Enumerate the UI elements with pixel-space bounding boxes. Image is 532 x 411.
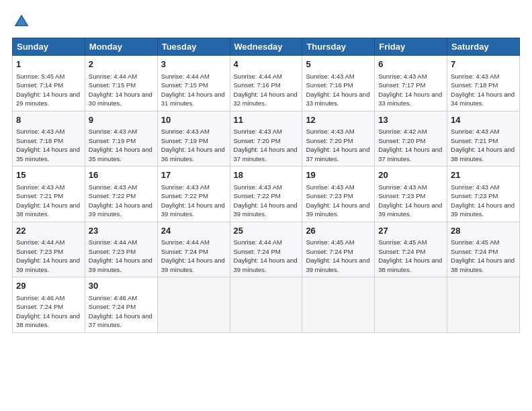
day-info: Sunrise: 4:43 AMSunset: 7:23 PMDaylight:… — [451, 183, 515, 218]
day-info: Sunrise: 4:42 AMSunset: 7:20 PMDaylight:… — [378, 128, 442, 163]
calendar-cell: 24 Sunrise: 4:44 AMSunset: 7:24 PMDaylig… — [157, 222, 230, 277]
day-info: Sunrise: 4:43 AMSunset: 7:19 PMDaylight:… — [89, 128, 152, 163]
calendar-cell — [447, 277, 520, 333]
day-number: 25 — [234, 225, 299, 237]
day-info: Sunrise: 4:46 AMSunset: 7:24 PMDaylight:… — [16, 294, 80, 329]
calendar-cell — [302, 277, 375, 333]
calendar-cell: 5 Sunrise: 4:43 AMSunset: 7:16 PMDayligh… — [302, 56, 375, 111]
calendar-cell — [157, 277, 230, 333]
day-info: Sunrise: 4:43 AMSunset: 7:18 PMDaylight:… — [16, 128, 80, 163]
day-info: Sunrise: 4:45 AMSunset: 7:24 PMDaylight:… — [451, 238, 515, 273]
calendar-cell: 30 Sunrise: 4:46 AMSunset: 7:24 PMDaylig… — [85, 277, 157, 333]
day-info: Sunrise: 4:44 AMSunset: 7:15 PMDaylight:… — [161, 73, 225, 107]
calendar-header-saturday: Saturday — [447, 38, 520, 56]
day-info: Sunrise: 4:45 AMSunset: 7:24 PMDaylight:… — [306, 238, 369, 273]
day-number: 23 — [89, 225, 154, 237]
calendar-cell: 8 Sunrise: 4:43 AMSunset: 7:18 PMDayligh… — [13, 111, 85, 167]
day-number: 13 — [378, 114, 443, 126]
day-info: Sunrise: 4:44 AMSunset: 7:15 PMDaylight:… — [89, 73, 152, 107]
day-number: 8 — [16, 114, 81, 126]
day-number: 22 — [16, 225, 81, 237]
calendar-cell: 2 Sunrise: 4:44 AMSunset: 7:15 PMDayligh… — [85, 56, 157, 111]
calendar-cell: 23 Sunrise: 4:44 AMSunset: 7:23 PMDaylig… — [85, 222, 157, 277]
header — [12, 12, 520, 31]
day-number: 10 — [161, 114, 226, 126]
calendar-cell: 16 Sunrise: 4:43 AMSunset: 7:22 PMDaylig… — [85, 167, 157, 222]
day-number: 14 — [451, 114, 516, 126]
calendar-cell: 29 Sunrise: 4:46 AMSunset: 7:24 PMDaylig… — [13, 277, 85, 333]
calendar-cell: 17 Sunrise: 4:43 AMSunset: 7:22 PMDaylig… — [157, 167, 230, 222]
day-number: 28 — [451, 225, 516, 237]
day-info: Sunrise: 4:43 AMSunset: 7:22 PMDaylight:… — [89, 183, 152, 218]
calendar-cell: 21 Sunrise: 4:43 AMSunset: 7:23 PMDaylig… — [447, 167, 520, 222]
day-number: 2 — [89, 58, 154, 71]
day-info: Sunrise: 4:43 AMSunset: 7:23 PMDaylight:… — [378, 183, 442, 218]
calendar-header-monday: Monday — [85, 38, 157, 56]
day-info: Sunrise: 4:44 AMSunset: 7:23 PMDaylight:… — [16, 238, 80, 273]
day-info: Sunrise: 4:44 AMSunset: 7:24 PMDaylight:… — [234, 238, 298, 273]
day-info: Sunrise: 4:44 AMSunset: 7:16 PMDaylight:… — [234, 73, 298, 107]
day-number: 12 — [306, 114, 371, 126]
calendar-cell — [230, 277, 302, 333]
day-number: 11 — [234, 114, 299, 126]
logo-icon — [12, 12, 31, 31]
day-info: Sunrise: 4:43 AMSunset: 7:23 PMDaylight:… — [306, 183, 369, 218]
calendar-header-tuesday: Tuesday — [157, 38, 230, 56]
calendar-cell — [375, 277, 447, 333]
calendar-cell: 9 Sunrise: 4:43 AMSunset: 7:19 PMDayligh… — [85, 111, 157, 167]
calendar-cell: 4 Sunrise: 4:44 AMSunset: 7:16 PMDayligh… — [230, 56, 302, 111]
day-number: 24 — [161, 225, 226, 237]
calendar-cell: 19 Sunrise: 4:43 AMSunset: 7:23 PMDaylig… — [302, 167, 375, 222]
day-info: Sunrise: 4:46 AMSunset: 7:24 PMDaylight:… — [89, 294, 152, 329]
calendar-cell: 20 Sunrise: 4:43 AMSunset: 7:23 PMDaylig… — [375, 167, 447, 222]
day-number: 21 — [451, 169, 516, 181]
day-info: Sunrise: 4:43 AMSunset: 7:20 PMDaylight:… — [306, 128, 369, 163]
calendar-header-thursday: Thursday — [302, 38, 375, 56]
calendar-header-row: SundayMondayTuesdayWednesdayThursdayFrid… — [13, 38, 520, 56]
day-info: Sunrise: 4:43 AMSunset: 7:16 PMDaylight:… — [306, 73, 369, 107]
calendar-cell: 22 Sunrise: 4:44 AMSunset: 7:23 PMDaylig… — [13, 222, 85, 277]
day-number: 9 — [89, 114, 154, 126]
calendar-cell: 6 Sunrise: 4:43 AMSunset: 7:17 PMDayligh… — [375, 56, 447, 111]
day-number: 7 — [451, 58, 516, 71]
day-number: 1 — [16, 58, 81, 71]
calendar-week-3: 15 Sunrise: 4:43 AMSunset: 7:21 PMDaylig… — [13, 167, 520, 222]
day-number: 26 — [306, 225, 371, 237]
day-number: 4 — [234, 58, 299, 71]
calendar-cell: 1 Sunrise: 5:45 AMSunset: 7:14 PMDayligh… — [13, 56, 85, 111]
day-info: Sunrise: 4:44 AMSunset: 7:24 PMDaylight:… — [161, 238, 225, 273]
calendar-header-friday: Friday — [375, 38, 447, 56]
day-number: 19 — [306, 169, 371, 181]
day-info: Sunrise: 4:45 AMSunset: 7:24 PMDaylight:… — [378, 238, 442, 273]
calendar-cell: 28 Sunrise: 4:45 AMSunset: 7:24 PMDaylig… — [447, 222, 520, 277]
calendar-cell: 14 Sunrise: 4:43 AMSunset: 7:21 PMDaylig… — [447, 111, 520, 167]
day-number: 16 — [89, 169, 154, 181]
day-info: Sunrise: 4:43 AMSunset: 7:18 PMDaylight:… — [451, 73, 515, 107]
calendar-week-2: 8 Sunrise: 4:43 AMSunset: 7:18 PMDayligh… — [13, 111, 520, 167]
day-info: Sunrise: 4:44 AMSunset: 7:23 PMDaylight:… — [89, 238, 152, 273]
day-number: 17 — [161, 169, 226, 181]
calendar-cell: 25 Sunrise: 4:44 AMSunset: 7:24 PMDaylig… — [230, 222, 302, 277]
day-number: 15 — [16, 169, 81, 181]
calendar-cell: 13 Sunrise: 4:42 AMSunset: 7:20 PMDaylig… — [375, 111, 447, 167]
calendar-cell: 10 Sunrise: 4:43 AMSunset: 7:19 PMDaylig… — [157, 111, 230, 167]
day-number: 29 — [16, 280, 81, 292]
day-info: Sunrise: 4:43 AMSunset: 7:21 PMDaylight:… — [16, 183, 80, 218]
calendar-cell: 27 Sunrise: 4:45 AMSunset: 7:24 PMDaylig… — [375, 222, 447, 277]
calendar-week-1: 1 Sunrise: 5:45 AMSunset: 7:14 PMDayligh… — [13, 56, 520, 111]
calendar-week-5: 29 Sunrise: 4:46 AMSunset: 7:24 PMDaylig… — [13, 277, 520, 333]
day-info: Sunrise: 4:43 AMSunset: 7:22 PMDaylight:… — [161, 183, 225, 218]
calendar-cell: 7 Sunrise: 4:43 AMSunset: 7:18 PMDayligh… — [447, 56, 520, 111]
day-number: 3 — [161, 58, 226, 71]
calendar-cell: 11 Sunrise: 4:43 AMSunset: 7:20 PMDaylig… — [230, 111, 302, 167]
calendar-header-wednesday: Wednesday — [230, 38, 302, 56]
day-info: Sunrise: 5:45 AMSunset: 7:14 PMDaylight:… — [16, 73, 80, 107]
calendar-week-4: 22 Sunrise: 4:44 AMSunset: 7:23 PMDaylig… — [13, 222, 520, 277]
day-number: 20 — [378, 169, 443, 181]
day-info: Sunrise: 4:43 AMSunset: 7:21 PMDaylight:… — [451, 128, 515, 163]
page: SundayMondayTuesdayWednesdayThursdayFrid… — [0, 0, 532, 411]
calendar-cell: 26 Sunrise: 4:45 AMSunset: 7:24 PMDaylig… — [302, 222, 375, 277]
day-info: Sunrise: 4:43 AMSunset: 7:19 PMDaylight:… — [161, 128, 225, 163]
calendar-cell: 18 Sunrise: 4:43 AMSunset: 7:22 PMDaylig… — [230, 167, 302, 222]
day-info: Sunrise: 4:43 AMSunset: 7:20 PMDaylight:… — [234, 128, 298, 163]
